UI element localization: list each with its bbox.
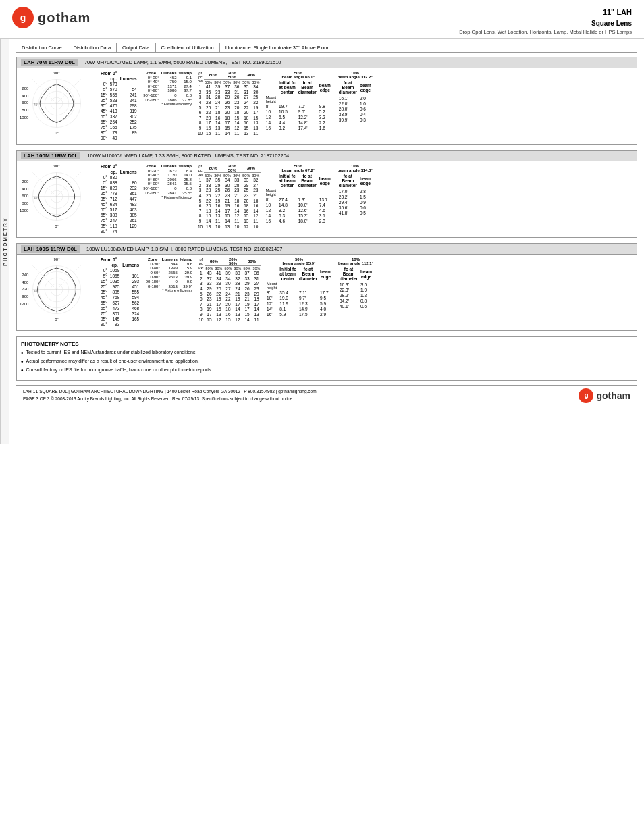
tab-coefficient[interactable]: Coefficient of Utilization (156, 43, 220, 52)
footer-logo-icon: g (579, 388, 593, 403)
bullet-1: • (21, 350, 24, 357)
svg-line-6 (33, 79, 57, 103)
lamp-header-100m: LAH 100M 11RW D0L 100W M100/C/U/MED LAMP… (17, 151, 637, 161)
svg-line-15 (33, 172, 57, 197)
tab-distribution-curve[interactable]: Distribution Curve (16, 43, 68, 52)
lamp-desc-100m: 100W M100/C/U/MED LAMP, 1.33 S/MH, 8000 … (87, 153, 289, 159)
coeff-table-100m: ρfρcρw 80% 20%50% 30% 50%30% 50%30% 50%3… (196, 164, 260, 234)
dist-curve-70m: 90° 2004006008001000 (20, 71, 94, 141)
from-table-70m: From 0° cp.Lumens 0°573 5°57054 15°55524… (99, 71, 138, 141)
logo-area: g gotham (12, 7, 90, 28)
footer-line2: PAGE 3 OF 3 © 2003-2013 Acuity Brands Li… (23, 396, 317, 402)
dist-curve-100s: 90° 2404807209601200 (20, 257, 94, 328)
product-line2: Square Lens (459, 18, 632, 28)
tab-illuminance[interactable]: Illuminance: Single Luminaire 30" Above … (220, 43, 334, 52)
footer-left: LAH-11-SQUARE-D0L | GOTHAM ARCHITECTURAL… (23, 388, 317, 402)
notes-item-1: • Tested to current IES and NEMA standar… (21, 350, 633, 357)
notes-item-2: • Actual performance may differ as a res… (21, 359, 633, 365)
coeff-table-100s: ρfρcρw 80% 20%50% 30% 50%30% 50%30% 50%3… (198, 257, 261, 328)
brand-name: gotham (38, 10, 90, 26)
illum-table-100m: 50%beam angle 67.2° Initial fcat beamcen… (265, 164, 373, 234)
from-table-100m: From 0° cp.Lumens 0°830 5°83880 15°82023… (99, 164, 138, 234)
side-label: PHOTOMETRY (0, 39, 9, 444)
from-table-100s: From 0° cp.Lumens 0°1069 5°1065101 15°10… (99, 257, 140, 328)
notes-section: PHOTOMETRY NOTES • Tested to current IES… (16, 336, 637, 381)
lamp-id-100s: LAH 100S 11RW D0L (21, 245, 80, 253)
svg-text:45°: 45° (34, 103, 39, 106)
notes-title: PHOTOMETRY NOTES (21, 341, 633, 347)
header-right: 11" LAH Square Lens Drop Opal Lens, Wet … (459, 7, 632, 36)
page: g gotham 11" LAH Square Lens Drop Opal L… (0, 0, 644, 834)
svg-text:45°: 45° (34, 289, 39, 292)
lamp-header-70m: LAH 70M 11RW D0L 70W MH70/C/U/MED LAMP, … (17, 57, 637, 68)
footer-brand: gotham (596, 390, 630, 401)
lamp-section-70m: LAH 70M 11RW D0L 70W MH70/C/U/MED LAMP, … (16, 57, 637, 145)
notes-item-3: • Consult factory or IES file for microg… (21, 367, 633, 374)
svg-line-7 (57, 79, 81, 103)
lamp-section-100m: LAH 100M 11RW D0L 100W M100/C/U/MED LAMP… (16, 150, 637, 238)
coeff-table-70m: ρfρcρw 80% 20%50% 30% 50%30% 50%30% 50%3… (196, 71, 260, 141)
bullet-2: • (21, 359, 24, 365)
header: g gotham 11" LAH Square Lens Drop Opal L… (0, 0, 644, 39)
footer-right: g gotham (579, 388, 630, 403)
bullet-3: • (21, 367, 24, 374)
lamp-body-100m: 90° 2004006008001000 (17, 161, 637, 237)
zone-table-100s: ZoneLumens%lamp 0-30°8449.6 0-40°139915.… (144, 257, 193, 328)
logo-icon: g (12, 7, 34, 28)
lamp-body-70m: 90° 2004006008001000 (17, 68, 637, 144)
footer: LAH-11-SQUARE-D0L | GOTHAM ARCHITECTURAL… (16, 385, 637, 406)
tab-output-data[interactable]: Output Data (117, 43, 155, 52)
lamp-id-100m: LAH 100M 11RW D0L (21, 152, 80, 159)
footer-line1: LAH-11-SQUARE-D0L | GOTHAM ARCHITECTURAL… (23, 388, 317, 395)
zone-table-70m: ZoneLumens%lamp 0°-30°4529.1 0°-40°75015… (142, 71, 193, 141)
zone-table-100m: ZoneLumens%lamp 0°-30°6738.4 0°-40°11201… (142, 164, 193, 234)
product-line1: 11" LAH (459, 7, 632, 18)
content-wrapper: PHOTOMETRY Distribution Curve Distributi… (0, 39, 644, 444)
lamp-desc-100s: 100W LU100/D/MED LAMP, 1.3 S/MH, 8800 RA… (86, 246, 282, 252)
product-subtitle: Drop Opal Lens, Wet Location, Horizontal… (459, 28, 632, 36)
lamp-id-70m: LAH 70M 11RW D0L (21, 59, 78, 66)
dist-curve-100m: 90° 2004006008001000 (20, 164, 94, 234)
illum-table-70m: 50%beam angle 66.0° Initial fcat beamcen… (265, 71, 373, 141)
section-tabs: Distribution Curve Distribution Data Out… (16, 43, 637, 53)
svg-line-16 (57, 172, 81, 197)
illum-table-100s: 50%beam angle 65.9° Initial fcat beamcen… (265, 257, 373, 328)
lamp-body-100s: 90° 2404807209601200 (17, 255, 637, 330)
lamp-section-100s: LAH 100S 11RW D0L 100W LU100/D/MED LAMP,… (16, 243, 637, 331)
svg-text:45°: 45° (34, 196, 39, 199)
tab-distribution-data[interactable]: Distribution Data (68, 43, 117, 52)
lamp-desc-70m: 70W MH70/C/U/MED LAMP, 1.1 S/MH, 5000 RA… (84, 59, 281, 66)
main-content: Distribution Curve Distribution Data Out… (9, 39, 644, 444)
lamp-header-100s: LAH 100S 11RW D0L 100W LU100/D/MED LAMP,… (17, 244, 637, 255)
